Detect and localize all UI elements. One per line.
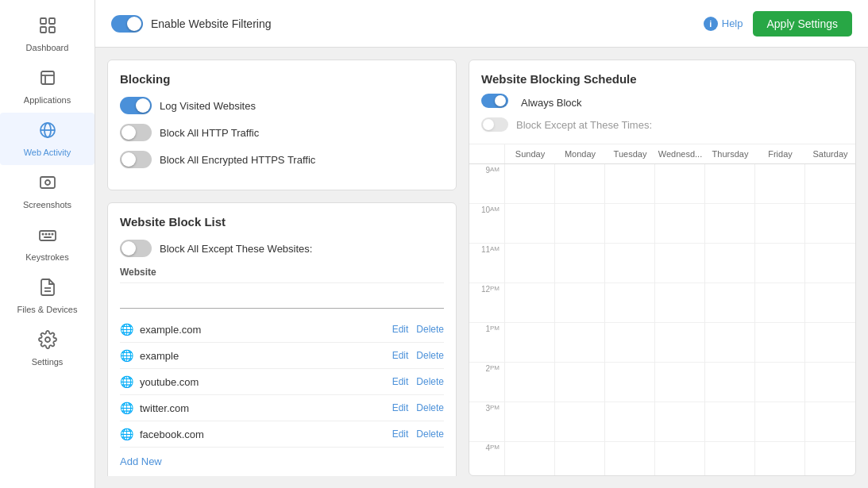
day-cell[interactable] [605, 323, 654, 363]
day-cell[interactable] [655, 323, 704, 363]
edit-button[interactable]: Edit [392, 376, 409, 387]
day-cell[interactable] [755, 164, 804, 204]
always-block-track[interactable] [481, 94, 508, 108]
delete-button[interactable]: Delete [416, 350, 444, 361]
day-cell[interactable] [605, 442, 654, 475]
sidebar-item-files-devices[interactable]: Files & Devices [0, 270, 95, 322]
block-http-track[interactable] [120, 124, 152, 141]
day-cell[interactable] [755, 283, 804, 323]
day-cell[interactable] [655, 244, 704, 283]
apply-settings-button[interactable]: Apply Settings [753, 11, 853, 37]
website-column-header: Website [120, 267, 444, 283]
website-name: example [140, 350, 179, 362]
day-cell[interactable] [505, 323, 554, 363]
sidebar-item-dashboard[interactable]: Dashboard [0, 8, 95, 60]
day-cell[interactable] [555, 244, 604, 283]
day-cell[interactable] [555, 442, 604, 475]
log-visited-label: Log Visited Websites [160, 100, 256, 112]
day-cell[interactable] [755, 442, 804, 475]
days-grid [505, 164, 855, 475]
day-cell[interactable] [755, 323, 804, 363]
delete-button[interactable]: Delete [416, 402, 444, 413]
delete-button[interactable]: Delete [416, 324, 444, 335]
day-col-wednesday [655, 164, 705, 475]
globe-icon: 🌐 [120, 349, 133, 362]
day-cell[interactable] [805, 323, 855, 363]
day-cell[interactable] [655, 363, 704, 402]
block-https-track[interactable] [120, 151, 152, 168]
day-cell[interactable] [505, 442, 554, 475]
day-cell[interactable] [655, 204, 704, 244]
block-except-toggle[interactable] [481, 117, 508, 132]
day-cell[interactable] [555, 363, 604, 402]
time-slot-1pm: 1PM [469, 323, 504, 363]
day-cell[interactable] [705, 363, 754, 402]
sidebar-item-settings[interactable]: Settings [0, 322, 95, 375]
day-cell[interactable] [655, 283, 704, 323]
enable-filtering-toggle[interactable] [111, 15, 143, 33]
day-cell[interactable] [505, 283, 554, 323]
day-cell[interactable] [505, 363, 554, 402]
day-cell[interactable] [555, 283, 604, 323]
block-all-except-track[interactable] [120, 240, 152, 257]
help-button[interactable]: i Help [704, 17, 743, 31]
day-cell[interactable] [555, 323, 604, 363]
day-cell[interactable] [805, 164, 855, 204]
day-cell[interactable] [655, 402, 704, 442]
day-cell[interactable] [755, 402, 804, 442]
toggle-track[interactable] [111, 15, 143, 33]
day-cell[interactable] [755, 244, 804, 283]
add-new-button[interactable]: Add New [120, 455, 162, 467]
day-cell[interactable] [805, 283, 855, 323]
day-cell[interactable] [605, 283, 654, 323]
day-cell[interactable] [805, 363, 855, 402]
day-cell[interactable] [605, 402, 654, 442]
day-cell[interactable] [705, 164, 754, 204]
block-https-toggle[interactable] [120, 151, 152, 168]
day-cell[interactable] [505, 244, 554, 283]
day-cell[interactable] [705, 402, 754, 442]
day-cell[interactable] [755, 204, 804, 244]
day-cell[interactable] [605, 204, 654, 244]
log-visited-toggle[interactable] [120, 97, 152, 114]
day-cell[interactable] [805, 244, 855, 283]
website-actions: Edit Delete [392, 402, 444, 413]
always-block-toggle[interactable] [481, 94, 513, 111]
edit-button[interactable]: Edit [392, 402, 409, 413]
edit-button[interactable]: Edit [392, 324, 409, 335]
sidebar-item-keystrokes[interactable]: Keystrokes [0, 217, 95, 270]
day-cell[interactable] [555, 402, 604, 442]
day-cell[interactable] [705, 442, 754, 475]
website-actions: Edit Delete [392, 324, 444, 335]
day-cell[interactable] [805, 402, 855, 442]
day-cell[interactable] [605, 244, 654, 283]
delete-button[interactable]: Delete [416, 428, 444, 440]
edit-button[interactable]: Edit [392, 428, 409, 440]
day-cell[interactable] [605, 164, 654, 204]
day-cell[interactable] [505, 402, 554, 442]
day-cell[interactable] [555, 164, 604, 204]
day-cell[interactable] [805, 442, 855, 475]
website-input[interactable] [120, 288, 444, 309]
sidebar-item-applications[interactable]: Applications [0, 60, 95, 113]
sidebar-item-screenshots[interactable]: Screenshots [0, 165, 95, 217]
schedule-header: Website Blocking Schedule Always Block B… [469, 60, 855, 144]
day-cell[interactable] [705, 283, 754, 323]
day-cell[interactable] [755, 363, 804, 402]
day-cell[interactable] [655, 164, 704, 204]
edit-button[interactable]: Edit [392, 350, 409, 361]
day-cell[interactable] [705, 204, 754, 244]
block-http-toggle[interactable] [120, 124, 152, 141]
day-cell[interactable] [505, 164, 554, 204]
sidebar-item-web-activity[interactable]: Web Activity [0, 113, 95, 165]
day-cell[interactable] [705, 244, 754, 283]
delete-button[interactable]: Delete [416, 376, 444, 387]
day-cell[interactable] [805, 204, 855, 244]
day-cell[interactable] [705, 323, 754, 363]
day-cell[interactable] [605, 363, 654, 402]
day-cell[interactable] [505, 204, 554, 244]
block-all-except-toggle[interactable] [120, 240, 152, 257]
day-cell[interactable] [555, 204, 604, 244]
log-visited-track[interactable] [120, 97, 152, 114]
day-cell[interactable] [655, 442, 704, 475]
